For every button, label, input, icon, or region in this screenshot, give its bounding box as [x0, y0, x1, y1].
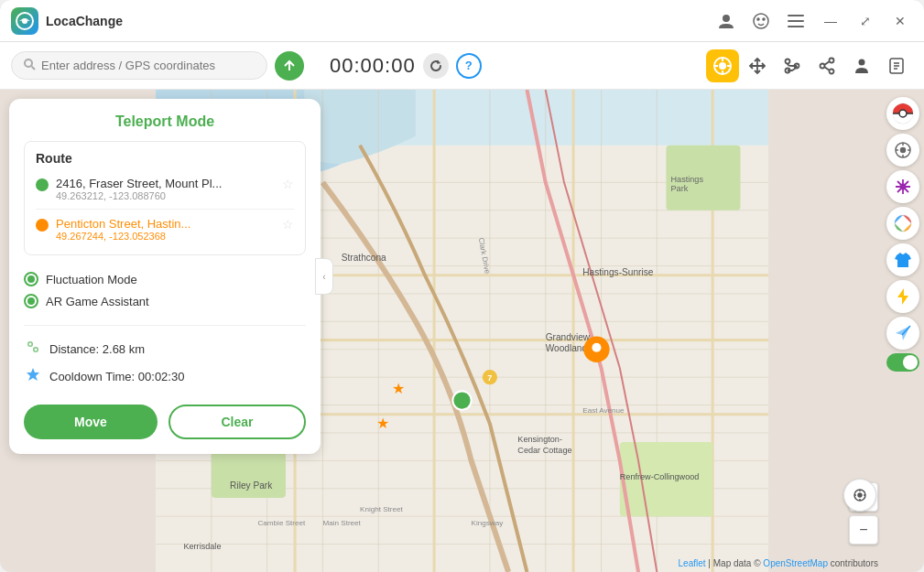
clear-button[interactable]: Clear: [168, 405, 306, 439]
svg-text:East Avenue: East Avenue: [582, 406, 625, 415]
svg-point-4: [757, 18, 759, 20]
distance-text: Distance: 2.68 km: [49, 342, 145, 356]
route-dest-dot: [36, 219, 49, 232]
shirt-button[interactable]: [886, 243, 919, 276]
timer-refresh-button[interactable]: [423, 53, 449, 79]
svg-point-24: [830, 69, 834, 73]
app-window: LocaChange — ⤢ ✕: [0, 0, 924, 572]
attribution-osm[interactable]: OpenStreetMap: [763, 558, 828, 568]
person-mode-button[interactable]: [845, 49, 878, 82]
svg-point-5: [763, 18, 765, 20]
main-content: Hastings Park Hastings-Sunrise Strathcon…: [0, 90, 924, 572]
svg-text:Park: Park: [671, 184, 689, 193]
svg-text:Riley Park: Riley Park: [230, 480, 273, 491]
timer-display: 00:00:00: [330, 54, 416, 78]
search-input[interactable]: [41, 59, 255, 72]
svg-point-19: [786, 59, 790, 63]
route-origin-star[interactable]: ☆: [282, 177, 294, 191]
ar-game-radio[interactable]: [24, 294, 38, 308]
svg-text:★: ★: [392, 380, 405, 396]
svg-text:Kerrisdale: Kerrisdale: [183, 542, 221, 551]
locate-button[interactable]: [843, 479, 876, 512]
profile-icon[interactable]: [713, 8, 739, 34]
mode-buttons: [706, 49, 913, 82]
route-divider: [36, 209, 294, 210]
svg-point-98: [29, 343, 32, 346]
attribution-leaflet[interactable]: Leaflet: [679, 558, 706, 568]
title-bar: LocaChange — ⤢ ✕: [0, 0, 924, 42]
svg-text:Kensington-: Kensington-: [517, 435, 562, 444]
zoom-out-button[interactable]: −: [849, 515, 878, 545]
route-section: Route 2416, Fraser Street, Mount Pl... 4…: [24, 141, 306, 255]
route-dest-text: Penticton Street, Hastin... 49.267244, -…: [56, 217, 275, 242]
svg-point-122: [858, 493, 862, 497]
search-submit-button[interactable]: [275, 51, 304, 81]
move-mode-button[interactable]: [741, 49, 774, 82]
svg-text:Main Street: Main Street: [322, 519, 361, 527]
svg-text:Hastings-Sunrise: Hastings-Sunrise: [582, 267, 653, 277]
close-button[interactable]: ✕: [887, 8, 913, 34]
svg-text:Renfrew-Collingwood: Renfrew-Collingwood: [620, 472, 700, 481]
ar-game-label: AR Game Assistant: [46, 295, 149, 308]
route-mode-button[interactable]: [776, 49, 809, 82]
svg-line-26: [825, 67, 830, 70]
svg-point-9: [25, 59, 32, 67]
svg-line-25: [825, 61, 830, 65]
svg-point-22: [830, 58, 834, 62]
svg-text:Woodland: Woodland: [546, 343, 587, 353]
minimize-button[interactable]: —: [818, 8, 843, 34]
route-origin-text: 2416, Fraser Street, Mount Pl... 49.2632…: [56, 177, 275, 201]
maximize-button[interactable]: ⤢: [853, 8, 878, 34]
toggle-button[interactable]: [886, 353, 919, 372]
search-bar[interactable]: [11, 51, 267, 80]
svg-point-3: [754, 14, 768, 28]
option-fluctuation[interactable]: Fluctuation Mode: [24, 268, 306, 290]
route-label: Route: [36, 151, 294, 166]
collapse-panel-button[interactable]: ‹: [315, 258, 333, 295]
svg-point-99: [35, 349, 38, 351]
svg-point-1: [22, 18, 27, 24]
route-dest-name: Penticton Street, Hastin...: [56, 217, 275, 231]
attribution-separator: | Map data ©: [708, 558, 760, 568]
teleport-mode-button[interactable]: [706, 49, 739, 82]
svg-text:Hastings: Hastings: [671, 175, 704, 184]
svg-text:Strathcona: Strathcona: [342, 253, 386, 263]
cooldown-text: Cooldown Time: 00:02:30: [49, 370, 184, 383]
gps-button[interactable]: [886, 134, 919, 167]
share-mode-button[interactable]: [810, 49, 843, 82]
svg-rect-7: [788, 20, 804, 22]
svg-point-109: [901, 148, 906, 153]
send-button[interactable]: [886, 317, 919, 350]
palette-button[interactable]: [886, 207, 919, 240]
move-button[interactable]: Move: [24, 405, 158, 439]
route-item-1: 2416, Fraser Street, Mount Pl... 49.2632…: [36, 173, 294, 205]
route-origin-name: 2416, Fraser Street, Mount Pl...: [56, 177, 275, 190]
pokeball-button[interactable]: [886, 97, 919, 130]
emoji-icon[interactable]: [748, 8, 774, 34]
svg-point-116: [899, 220, 907, 227]
distance-info: Distance: 2.68 km: [24, 335, 306, 362]
distance-icon: [24, 339, 42, 359]
route-item-2: Penticton Street, Hastin... 49.267244, -…: [36, 213, 294, 245]
svg-text:Cambie Street: Cambie Street: [258, 519, 306, 527]
menu-icon[interactable]: [783, 8, 809, 34]
svg-line-10: [32, 67, 36, 70]
fluctuation-label: Fluctuation Mode: [46, 273, 137, 286]
fluctuation-radio[interactable]: [24, 272, 38, 286]
svg-point-12: [719, 62, 726, 70]
info-section: Distance: 2.68 km Cooldown Time: 00:02:3…: [24, 331, 306, 390]
help-button[interactable]: ?: [456, 53, 482, 79]
info-divider: [24, 325, 306, 326]
route-origin-coords: 49.263212, -123.088760: [56, 190, 275, 201]
lightning-button[interactable]: [886, 280, 919, 313]
route-dest-coords: 49.267244, -123.052368: [56, 231, 275, 242]
svg-point-27: [859, 59, 865, 65]
route-origin-dot: [36, 178, 49, 191]
snowflake-button[interactable]: [886, 170, 919, 203]
history-mode-button[interactable]: [880, 49, 913, 82]
option-ar-game[interactable]: AR Game Assistant: [24, 290, 306, 312]
window-controls: — ⤢ ✕: [713, 8, 913, 34]
route-dest-star[interactable]: ☆: [282, 217, 294, 232]
svg-text:★: ★: [376, 415, 389, 431]
svg-point-2: [723, 15, 730, 22]
